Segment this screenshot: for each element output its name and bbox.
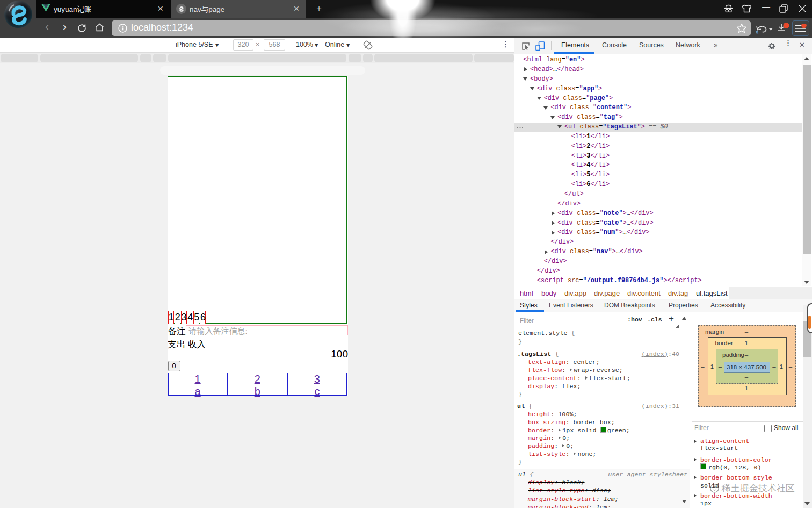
svg-text:5: 5 [756, 30, 758, 35]
